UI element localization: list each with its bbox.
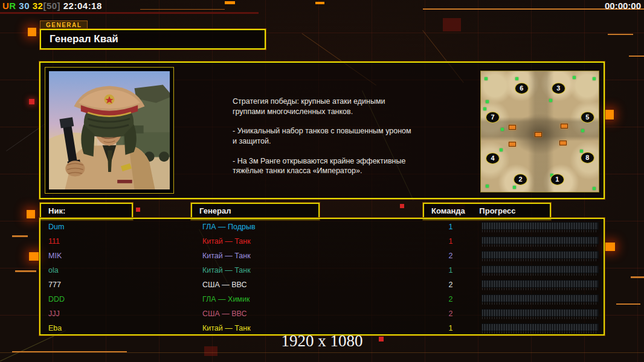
player-row: olaКитай — Танк1 — [40, 263, 604, 278]
player-row: JJJСША — ВВС2 — [40, 306, 604, 321]
decor-line — [140, 9, 225, 10]
decor-line — [616, 303, 640, 305]
description-paragraph: - Уникальный набор танков с повышенным у… — [233, 126, 480, 146]
minimap-supply-marker — [559, 141, 567, 145]
player-progress-bar — [481, 323, 599, 331]
player-row: DDDГЛА — Химик2 — [40, 292, 604, 306]
header-team: Команда — [424, 204, 465, 215]
loading-screen: UR 30 32[50] 22:04:18 00:00:00 GENERAL Г… — [0, 0, 644, 362]
player-row: 111Китай — Танк1 — [40, 234, 604, 249]
player-progress-bar — [481, 222, 599, 230]
minimap-resource-dot — [549, 99, 552, 102]
player-progress-bar — [481, 237, 599, 244]
description-paragraph: - На 3м Ранге открываются крайне эффекти… — [233, 156, 480, 176]
header-general: Генерал — [192, 204, 231, 215]
player-progress-bar — [481, 265, 599, 273]
minimap-supply-marker — [509, 142, 516, 147]
player-team: 1 — [442, 263, 460, 278]
decor-square — [29, 252, 40, 261]
player-nick: ola — [48, 263, 59, 278]
player-progress-bar — [481, 251, 599, 259]
decor-square — [29, 99, 34, 104]
player-progress-bar — [481, 294, 599, 302]
player-nick: 777 — [48, 278, 61, 292]
player-general: Китай — Танк — [202, 249, 251, 263]
minimap-start-position-4: 4 — [486, 153, 500, 164]
general-description: Стратегия победы: крупные атаки едиными … — [233, 97, 480, 186]
player-team: 1 — [442, 220, 460, 234]
minimap-resource-dot — [573, 76, 576, 79]
minimap: 63754821 — [480, 71, 599, 192]
minimap-resource-dot — [581, 129, 584, 132]
player-nick: Dum — [48, 220, 64, 234]
player-nick: JJJ — [48, 306, 60, 321]
minimap-resource-dot — [513, 186, 516, 189]
player-progress-bar — [481, 280, 599, 288]
decor-line — [0, 352, 644, 353]
decor-square — [604, 110, 614, 119]
minimap-start-position-6: 6 — [515, 83, 529, 94]
player-team: 2 — [442, 306, 460, 321]
minimap-resource-dot — [483, 107, 486, 110]
general-name: Генерал Квай — [41, 30, 265, 45]
decor-line — [629, 56, 644, 57]
player-general: ГЛА — Подрыв — [202, 220, 256, 234]
player-team: 2 — [442, 278, 460, 292]
minimap-start-position-5: 5 — [581, 112, 594, 123]
minimap-start-position-7: 7 — [486, 112, 500, 123]
decor-square — [400, 204, 404, 208]
minimap-resource-dot — [515, 77, 518, 80]
decor-square — [315, 2, 324, 4]
minimap-supply-marker — [535, 132, 542, 137]
general-portrait — [45, 67, 174, 194]
topbar-segment: R — [9, 1, 16, 11]
minimap-resource-dot — [501, 128, 504, 131]
decor-square — [605, 243, 615, 251]
player-table: DumГЛА — Подрыв1111Китай — Танк1MIKКитай… — [39, 218, 605, 335]
general-info-panel: Стратегия победы: крупные атаки едиными … — [39, 62, 605, 199]
minimap-resource-dot — [593, 77, 596, 80]
decor-line — [631, 276, 644, 278]
player-general: Китай — Танк — [202, 263, 251, 278]
player-general: Китай — Танк — [202, 234, 251, 249]
topbar-underline — [0, 12, 259, 14]
topbar-segment: 32 — [30, 1, 43, 11]
player-nick: 111 — [48, 234, 60, 249]
player-team: 1 — [442, 234, 460, 249]
topbar-segment: 30 — [16, 1, 30, 11]
player-progress-bar — [481, 309, 599, 317]
decor-square — [27, 210, 35, 218]
minimap-start-position-1: 1 — [550, 174, 564, 185]
player-nick: DDD — [48, 292, 65, 306]
match-timer: 00:00:00 — [605, 1, 641, 11]
player-nick: MIK — [48, 249, 62, 263]
player-row: 777США — ВВС2 — [40, 278, 604, 292]
topbar-stats: UR 30 32[50] 22:04:18 — [2, 1, 102, 11]
minimap-supply-marker — [561, 124, 568, 129]
decor-square — [28, 28, 36, 36]
description-paragraph: Стратегия победы: крупные атаки едиными … — [233, 97, 480, 116]
minimap-start-position-3: 3 — [552, 83, 565, 94]
player-general: США — ВВС — [202, 278, 247, 292]
decor-square — [136, 208, 140, 212]
minimap-resource-dot — [580, 150, 583, 153]
minimap-resource-dot — [500, 148, 503, 151]
topbar-segment: U — [2, 1, 9, 11]
resolution-text: 1920 x 1080 — [0, 332, 644, 351]
decor-line — [608, 34, 633, 35]
player-row: DumГЛА — Подрыв1 — [40, 220, 604, 234]
topbar-segment: [50] — [43, 1, 60, 11]
decor-line — [15, 270, 36, 272]
minimap-resource-dot — [485, 77, 488, 80]
player-team: 2 — [442, 249, 460, 263]
minimap-resource-dot — [593, 187, 596, 190]
player-general: США — ВВС — [202, 306, 247, 321]
minimap-supply-marker — [509, 125, 516, 130]
header-nick: Ник: — [41, 204, 65, 215]
decor-square — [225, 1, 235, 4]
player-row: MIKКитай — Танк2 — [40, 249, 604, 263]
player-table-body: DumГЛА — Подрыв1111Китай — Танк1MIKКитай… — [40, 219, 604, 335]
minimap-start-position-2: 2 — [514, 174, 527, 185]
decor-line — [12, 235, 28, 237]
portrait-image — [49, 71, 170, 189]
